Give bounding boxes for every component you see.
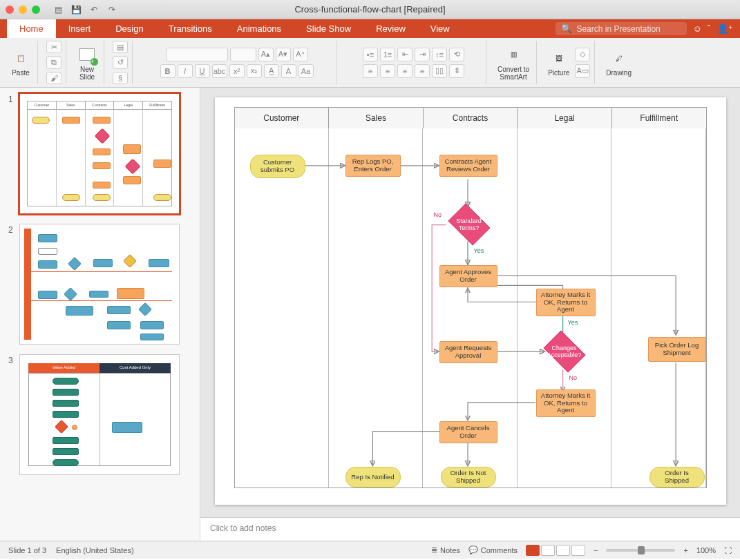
- format-painter-button[interactable]: 🖌: [46, 72, 61, 84]
- normal-view-button[interactable]: [526, 545, 540, 556]
- node-changes-acceptable[interactable]: Changes Acceptable?: [540, 334, 589, 369]
- zoom-in-button[interactable]: +: [683, 546, 687, 554]
- highlight-button[interactable]: A̲: [264, 64, 279, 78]
- font-color-button[interactable]: A: [281, 64, 296, 78]
- node-shipped[interactable]: Order Is Shipped: [649, 467, 705, 487]
- italic-button[interactable]: I: [178, 64, 193, 78]
- lane-header-customer[interactable]: Customer: [235, 108, 330, 128]
- search-input[interactable]: [576, 24, 681, 34]
- zoom-out-button[interactable]: −: [594, 546, 598, 554]
- tab-design[interactable]: Design: [103, 19, 155, 38]
- slide-counter[interactable]: Slide 1 of 3: [8, 546, 46, 554]
- align-left-button[interactable]: ≡: [363, 64, 378, 78]
- tab-transitions[interactable]: Transitions: [156, 19, 225, 38]
- lane-header-fulfillment[interactable]: Fulfillment: [612, 108, 706, 128]
- notes-toggle[interactable]: ≣Notes: [431, 545, 460, 554]
- slide-thumbnail-panel[interactable]: 1 Customer Sales Contracts Legal Fulfill…: [0, 88, 200, 541]
- autosave-icon[interactable]: ▤: [53, 4, 64, 15]
- increase-font-button[interactable]: A▴: [258, 48, 274, 61]
- minimize-window-button[interactable]: [19, 6, 27, 14]
- slideshow-view-button[interactable]: [571, 545, 585, 556]
- node-rep-notified[interactable]: Rep Is Notified: [345, 467, 401, 487]
- node-not-shipped[interactable]: Order Is Not Shipped: [441, 467, 496, 487]
- align-center-button[interactable]: ≡: [380, 64, 395, 78]
- align-text-button[interactable]: ⇕: [449, 64, 464, 78]
- reading-view-button[interactable]: [556, 545, 570, 556]
- indent-right-button[interactable]: ⇥: [415, 48, 430, 61]
- fullscreen-window-button[interactable]: [32, 6, 40, 14]
- tab-view[interactable]: View: [418, 19, 462, 38]
- slide-thumbnail-2[interactable]: [19, 224, 180, 345]
- font-family-select[interactable]: [166, 48, 228, 61]
- node-customer-po[interactable]: Customer submits PO: [250, 155, 305, 178]
- node-approves[interactable]: Agent Approves Order: [439, 265, 497, 287]
- layout-button[interactable]: ▤: [113, 41, 128, 53]
- reset-button[interactable]: ↺: [113, 56, 128, 68]
- slide-thumbnail-3[interactable]: Value Added Cost Added Only: [19, 354, 180, 475]
- indent-left-button[interactable]: ⇤: [397, 48, 412, 61]
- convert-smartart-button[interactable]: ▥ Convert to SmartArt: [495, 42, 532, 84]
- cut-button[interactable]: ✂: [46, 41, 61, 53]
- textbox-button[interactable]: A▭: [575, 64, 590, 78]
- lane-header-sales[interactable]: Sales: [329, 108, 424, 128]
- node-attorney-ok-1[interactable]: Attorney Marks it OK, Returns to Agent: [536, 289, 596, 316]
- ribbon-options-icon[interactable]: ˆ: [708, 23, 710, 34]
- save-icon[interactable]: 💾: [70, 4, 82, 15]
- zoom-level[interactable]: 100%: [696, 546, 716, 554]
- node-rep-logs[interactable]: Rep Logs PO, Enters Order: [345, 155, 401, 177]
- lane-header-legal[interactable]: Legal: [518, 108, 612, 128]
- change-case-button[interactable]: Aa: [298, 64, 314, 78]
- redo-icon[interactable]: ↷: [106, 4, 117, 15]
- shapes-button[interactable]: ◇: [575, 48, 590, 61]
- zoom-slider[interactable]: [606, 549, 675, 552]
- paste-button[interactable]: 📋 Paste: [8, 46, 33, 79]
- bullets-button[interactable]: •≡: [363, 48, 378, 61]
- tab-home[interactable]: Home: [7, 19, 56, 38]
- text-direction-button[interactable]: ⟲: [449, 48, 464, 61]
- swimlane-diagram[interactable]: Customer Sales Contracts Legal Fulfillme…: [234, 107, 707, 488]
- drawing-button[interactable]: 🖊 Drawing: [603, 46, 634, 79]
- notes-pane[interactable]: Click to add notes: [200, 517, 740, 541]
- feedback-icon[interactable]: ☺: [692, 23, 701, 34]
- node-requests-approval[interactable]: Agent Requests Approval: [439, 341, 497, 363]
- undo-icon[interactable]: ↶: [88, 4, 99, 15]
- lane-header-contracts[interactable]: Contracts: [424, 108, 518, 128]
- align-right-button[interactable]: ≡: [397, 64, 412, 78]
- node-cancel[interactable]: Agent Cancels Order: [439, 421, 497, 443]
- slide-thumbnail-1[interactable]: Customer Sales Contracts Legal Fulfillme…: [19, 93, 180, 214]
- picture-button[interactable]: 🖼 Picture: [545, 46, 572, 79]
- strike-button[interactable]: abc: [212, 64, 227, 78]
- tab-slideshow[interactable]: Slide Show: [294, 19, 363, 38]
- node-review[interactable]: Contracts Agent Reviews Order: [439, 155, 497, 177]
- node-pick-order[interactable]: Pick Order Log Shipment: [648, 337, 706, 362]
- tab-review[interactable]: Review: [363, 19, 418, 38]
- numbering-button[interactable]: 1≡: [380, 48, 395, 61]
- close-window-button[interactable]: [6, 6, 14, 14]
- decrease-font-button[interactable]: A▾: [276, 48, 291, 61]
- bold-button[interactable]: B: [160, 64, 175, 78]
- copy-button[interactable]: ⧉: [46, 56, 61, 68]
- justify-button[interactable]: ≡: [415, 64, 430, 78]
- comments-toggle[interactable]: 💬Comments: [468, 545, 518, 554]
- columns-button[interactable]: ▯▯: [432, 64, 447, 78]
- underline-button[interactable]: U: [195, 64, 210, 78]
- line-spacing-button[interactable]: ↕≡: [432, 48, 447, 61]
- slide-canvas[interactable]: Customer Sales Contracts Legal Fulfillme…: [215, 97, 726, 505]
- section-button[interactable]: §: [113, 72, 128, 84]
- tab-insert[interactable]: Insert: [56, 19, 104, 38]
- superscript-button[interactable]: x²: [229, 64, 245, 78]
- tab-animations[interactable]: Animations: [225, 19, 294, 38]
- share-icon[interactable]: 👤⁺: [717, 23, 733, 34]
- subscript-button[interactable]: x₂: [247, 64, 262, 78]
- language-indicator[interactable]: English (United States): [56, 546, 134, 554]
- node-standard-terms[interactable]: Standard Terms?: [445, 207, 493, 242]
- clear-format-button[interactable]: Aˣ: [293, 48, 308, 61]
- sorter-view-button[interactable]: [541, 545, 555, 556]
- new-slide-button[interactable]: + New Slide: [75, 42, 99, 84]
- comments-label: Comments: [481, 546, 518, 554]
- node-attorney-ok-2[interactable]: Attorney Marks it OK, Returns to Agent: [536, 389, 596, 417]
- font-size-select[interactable]: [230, 48, 256, 61]
- slide-canvas-area[interactable]: Customer Sales Contracts Legal Fulfillme…: [200, 88, 740, 517]
- search-box[interactable]: 🔍: [556, 22, 687, 35]
- fit-window-button[interactable]: ⛶: [724, 546, 732, 554]
